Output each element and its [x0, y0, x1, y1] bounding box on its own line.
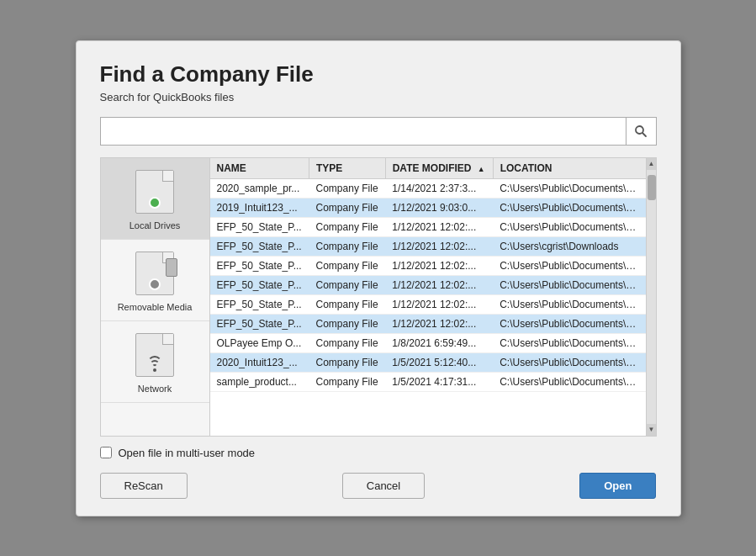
scrollbar-down-arrow[interactable]: ▼	[647, 424, 656, 436]
search-icon	[634, 124, 648, 138]
scrollbar[interactable]: ▲ ▼	[646, 158, 656, 436]
table-row[interactable]: EFP_50_State_P... Company File 1/12/2021…	[210, 236, 646, 256]
file-table-scroll: NAME TYPE DATE MODIFIED ▲ LOCATION	[210, 158, 646, 436]
search-bar	[100, 117, 657, 146]
table-row[interactable]: EFP_50_State_P... Company File 1/12/2021…	[210, 217, 646, 236]
cell-type: Company File	[309, 217, 386, 236]
footer-buttons: ReScan Cancel Open	[100, 473, 657, 499]
table-row[interactable]: 2020_sample_pr... Company File 1/14/2021…	[210, 178, 646, 198]
network-icon	[135, 333, 174, 377]
cell-type: Company File	[309, 333, 386, 352]
checkbox-row: Open file in multi-user mode	[100, 447, 657, 459]
cell-name: EFP_50_State_P...	[210, 314, 309, 333]
table-row[interactable]: EFP_50_State_P... Company File 1/12/2021…	[210, 256, 646, 275]
cell-type: Company File	[309, 314, 386, 333]
cell-location: C:\Users\Public\Documents\Intuit\Qu	[493, 198, 645, 217]
sidebar: Local Drives Removable Media	[101, 158, 210, 436]
cell-location: C:\Users\Public\Documents\Intuit\Qu	[493, 217, 645, 236]
col-header-name[interactable]: NAME	[210, 158, 309, 179]
search-button[interactable]	[626, 117, 657, 146]
cell-name: 2020_Intuit123_...	[210, 352, 309, 372]
multi-user-checkbox[interactable]	[100, 447, 112, 458]
sidebar-item-removable-media[interactable]: Removable Media	[101, 240, 209, 321]
cell-name: EFP_50_State_P...	[210, 294, 309, 314]
dialog-title: Find a Company File	[100, 61, 657, 87]
cell-location: C:\Users\Public\Documents\Intuit\Qu	[493, 314, 645, 333]
table-row[interactable]: EFP_50_State_P... Company File 1/12/2021…	[210, 294, 646, 314]
dialog-subtitle: Search for QuickBooks files	[100, 91, 657, 103]
cell-date: 1/14/2021 2:37:3...	[385, 178, 493, 198]
cell-type: Company File	[309, 372, 386, 391]
rescan-button[interactable]: ReScan	[100, 473, 188, 499]
cell-date: 1/12/2021 12:02:...	[385, 217, 493, 236]
file-table: NAME TYPE DATE MODIFIED ▲ LOCATION	[210, 158, 646, 392]
cell-location: C:\Users\Public\Documents\Intuit\Qu	[493, 178, 645, 198]
col-header-location[interactable]: LOCATION	[493, 158, 645, 179]
sidebar-item-label: Local Drives	[130, 220, 181, 230]
file-table-body: 2020_sample_pr... Company File 1/14/2021…	[210, 178, 646, 391]
cell-location: C:\Users\Public\Documents\Intuit\Qu	[493, 256, 645, 275]
cell-type: Company File	[309, 178, 386, 198]
multi-user-label: Open file in multi-user mode	[119, 447, 256, 459]
cell-date: 1/12/2021 12:02:...	[385, 275, 493, 294]
removable-media-icon	[135, 252, 174, 295]
table-row[interactable]: sample_product... Company File 1/5/2021 …	[210, 372, 646, 391]
cell-type: Company File	[309, 236, 386, 256]
scrollbar-thumb[interactable]	[648, 175, 656, 200]
sidebar-item-label: Removable Media	[118, 302, 193, 312]
cell-type: Company File	[309, 256, 386, 275]
network-icon-area	[130, 330, 180, 380]
cell-location: C:\Users\Public\Documents\Intuit\Qu	[493, 294, 645, 314]
table-row[interactable]: EFP_50_State_P... Company File 1/12/2021…	[210, 314, 646, 333]
col-header-date[interactable]: DATE MODIFIED ▲	[385, 158, 493, 179]
cell-type: Company File	[309, 198, 386, 217]
cell-name: EFP_50_State_P...	[210, 256, 309, 275]
cell-date: 1/8/2021 6:59:49...	[385, 333, 493, 352]
main-content: Local Drives Removable Media	[100, 157, 657, 437]
cell-location: C:\Users\Public\Documents\Intuit\Qu	[493, 333, 645, 352]
cell-date: 1/12/2021 12:02:...	[385, 294, 493, 314]
table-row[interactable]: OLPayee Emp O... Company File 1/8/2021 6…	[210, 333, 646, 352]
cell-type: Company File	[309, 294, 386, 314]
cell-location: C:\Users\Public\Documents\Intuit\Qu	[493, 352, 645, 372]
cell-name: 2020_sample_pr...	[210, 178, 309, 198]
sidebar-item-label: Network	[138, 384, 172, 394]
sort-arrow-icon: ▲	[478, 165, 485, 173]
cell-name: EFP_50_State_P...	[210, 236, 309, 256]
cell-type: Company File	[309, 352, 386, 372]
search-input[interactable]	[100, 117, 626, 146]
sidebar-item-network[interactable]: Network	[101, 321, 209, 403]
local-drives-icon-area	[130, 167, 180, 217]
cell-date: 1/12/2021 12:02:...	[385, 236, 493, 256]
cell-name: EFP_50_State_P...	[210, 217, 309, 236]
cell-name: sample_product...	[210, 372, 309, 391]
removable-media-icon-area	[130, 248, 180, 299]
table-row[interactable]: EFP_50_State_P... Company File 1/12/2021…	[210, 275, 646, 294]
cell-location: C:\Users\Public\Documents\Intuit\Qu	[493, 372, 645, 391]
dialog: Find a Company File Search for QuickBook…	[76, 40, 681, 516]
cell-name: EFP_50_State_P...	[210, 275, 309, 294]
cell-date: 1/12/2021 12:02:...	[385, 256, 493, 275]
cell-date: 1/12/2021 9:03:0...	[385, 198, 493, 217]
col-header-type[interactable]: TYPE	[309, 158, 386, 179]
table-header-row: NAME TYPE DATE MODIFIED ▲ LOCATION	[210, 158, 646, 179]
cell-name: OLPayee Emp O...	[210, 333, 309, 352]
local-drives-icon	[135, 170, 174, 214]
table-row[interactable]: 2020_Intuit123_... Company File 1/5/2021…	[210, 352, 646, 372]
cell-date: 1/5/2021 5:12:40...	[385, 352, 493, 372]
file-table-container: NAME TYPE DATE MODIFIED ▲ LOCATION	[210, 158, 656, 436]
sidebar-item-local-drives[interactable]: Local Drives	[101, 158, 209, 240]
cell-date: 1/5/2021 4:17:31...	[385, 372, 493, 391]
cancel-button[interactable]: Cancel	[342, 473, 425, 499]
cell-name: 2019_Intuit123_...	[210, 198, 309, 217]
svg-line-1	[642, 133, 646, 136]
cell-date: 1/12/2021 12:02:...	[385, 314, 493, 333]
cell-type: Company File	[309, 275, 386, 294]
scrollbar-up-arrow[interactable]: ▲	[647, 158, 656, 170]
table-row[interactable]: 2019_Intuit123_... Company File 1/12/202…	[210, 198, 646, 217]
open-button[interactable]: Open	[579, 473, 656, 499]
cell-location: C:\Users\Public\Documents\Intuit\Qu	[493, 275, 645, 294]
cell-location: C:\Users\cgrist\Downloads	[493, 236, 645, 256]
